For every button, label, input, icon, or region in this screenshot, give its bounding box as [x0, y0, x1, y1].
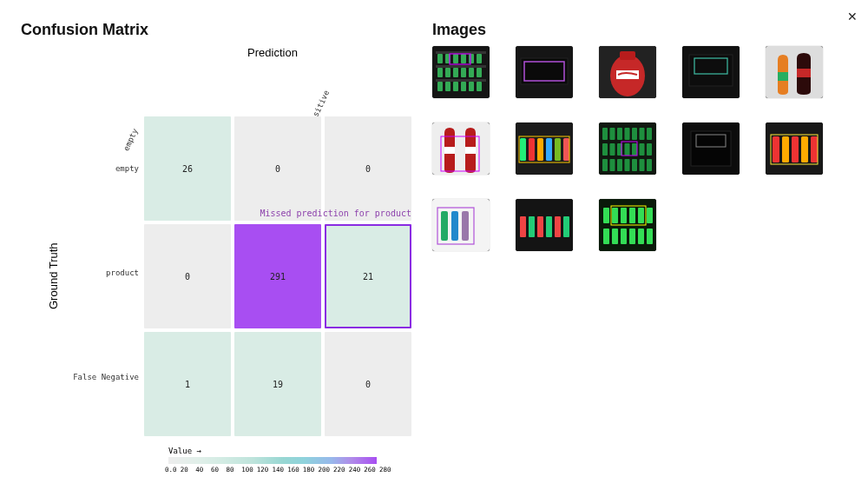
cm-cell[interactable]: 0	[144, 224, 231, 328]
cm-cell[interactable]: 0	[234, 116, 321, 221]
svg-rect-98	[529, 216, 535, 237]
svg-rect-37	[778, 72, 788, 81]
svg-rect-46	[520, 138, 526, 161]
cm-body: Ground Truth empty product False Negativ…	[47, 116, 411, 436]
svg-rect-111	[603, 229, 609, 244]
legend-tick: 280	[379, 466, 380, 474]
image-thumb[interactable]	[516, 46, 573, 98]
cm-cell[interactable]: 21Missed prediction for product	[325, 224, 411, 328]
legend-tick: 60	[211, 466, 212, 474]
svg-rect-101	[555, 216, 561, 237]
svg-rect-100	[546, 216, 552, 237]
svg-rect-14	[477, 68, 482, 77]
svg-rect-19	[461, 82, 466, 91]
cm-row-headers: empty product False Negative	[64, 116, 144, 436]
cm-cell[interactable]: 19	[234, 332, 321, 436]
ground-truth-axis-label: Ground Truth	[47, 116, 61, 436]
svg-rect-17	[445, 82, 450, 91]
image-thumb[interactable]	[432, 123, 490, 175]
svg-rect-59	[632, 128, 637, 140]
svg-rect-112	[612, 229, 618, 244]
cm-column-headers: empty product False Positive	[151, 64, 411, 116]
svg-rect-72	[625, 159, 630, 171]
cm-title: Confusion Matrix	[21, 21, 411, 39]
svg-rect-109	[638, 208, 644, 223]
image-thumb[interactable]	[682, 123, 740, 175]
image-thumb[interactable]	[766, 46, 823, 98]
svg-rect-84	[782, 136, 789, 162]
svg-rect-21	[477, 82, 482, 91]
color-legend: Value → 0.020406080100120140160180200220…	[168, 447, 411, 474]
svg-rect-29	[620, 51, 635, 60]
svg-rect-66	[632, 143, 637, 156]
close-icon[interactable]: ✕	[847, 10, 858, 23]
prediction-axis-label: Prediction	[134, 46, 411, 59]
svg-rect-92	[451, 211, 458, 241]
confusion-matrix-panel: Confusion Matrix Prediction empty produc…	[21, 21, 411, 474]
svg-rect-7	[477, 54, 482, 63]
svg-rect-87	[811, 136, 818, 162]
legend-tick: 180	[303, 466, 304, 474]
svg-rect-75	[647, 159, 652, 171]
svg-rect-62	[602, 143, 608, 156]
svg-rect-68	[647, 143, 652, 156]
image-thumb[interactable]	[599, 199, 656, 251]
cm-row-header: False Negative	[64, 325, 144, 429]
cm-cell[interactable]: 291	[234, 224, 321, 328]
svg-rect-8	[436, 65, 486, 68]
image-thumb[interactable]	[682, 46, 740, 98]
svg-rect-49	[546, 138, 552, 161]
image-thumb[interactable]	[599, 46, 656, 98]
svg-rect-67	[640, 143, 645, 156]
cm-cell[interactable]: 0	[325, 332, 411, 436]
legend-ticks: 0.02040608010012014016018020022024026028…	[165, 466, 380, 474]
svg-rect-56	[610, 128, 615, 140]
svg-rect-5	[461, 54, 466, 63]
legend-tick: 240	[349, 466, 350, 474]
svg-rect-50	[555, 138, 561, 161]
legend-tick: 40	[195, 466, 196, 474]
main-layout: Confusion Matrix Prediction empty produc…	[0, 0, 868, 477]
svg-rect-86	[801, 136, 808, 162]
image-thumb[interactable]	[599, 123, 656, 175]
svg-rect-15	[436, 79, 486, 82]
svg-rect-102	[563, 216, 569, 237]
cm-cell[interactable]: 26	[144, 116, 231, 221]
image-thumb[interactable]	[516, 199, 573, 251]
svg-rect-33	[689, 55, 733, 86]
legend-tick: 140	[272, 466, 273, 474]
svg-rect-106	[612, 208, 618, 223]
svg-rect-90	[432, 199, 490, 251]
legend-tick: 120	[257, 466, 258, 474]
svg-rect-113	[621, 229, 627, 244]
image-thumb[interactable]	[766, 123, 823, 175]
svg-rect-91	[441, 211, 448, 241]
legend-tick: 80	[227, 466, 227, 474]
cm-cell[interactable]: 0	[325, 116, 411, 221]
svg-rect-10	[445, 68, 450, 77]
svg-rect-57	[617, 128, 622, 140]
legend-tick: 100	[241, 466, 242, 474]
image-thumb[interactable]	[516, 123, 573, 175]
cm-annotation: Missed prediction for product	[260, 209, 411, 218]
legend-title: Value →	[168, 447, 411, 455]
svg-rect-42	[465, 147, 476, 154]
svg-rect-13	[469, 68, 474, 77]
svg-rect-97	[520, 216, 526, 237]
svg-rect-4	[453, 54, 458, 63]
svg-rect-16	[437, 82, 443, 91]
svg-rect-61	[647, 128, 652, 140]
svg-rect-41	[444, 147, 455, 154]
svg-rect-105	[603, 208, 609, 223]
cm-grid: 2600029121Missed prediction for product1…	[144, 116, 411, 436]
image-thumb[interactable]	[432, 199, 490, 251]
svg-rect-71	[617, 159, 622, 171]
images-title: Images	[432, 21, 847, 39]
legend-tick: 20	[181, 466, 181, 474]
image-thumb[interactable]	[432, 46, 490, 98]
legend-tick: 0.0	[165, 466, 166, 474]
legend-tick: 200	[318, 466, 319, 474]
cm-cell[interactable]: 1	[144, 332, 231, 436]
svg-rect-60	[640, 128, 645, 140]
svg-rect-20	[469, 82, 474, 91]
